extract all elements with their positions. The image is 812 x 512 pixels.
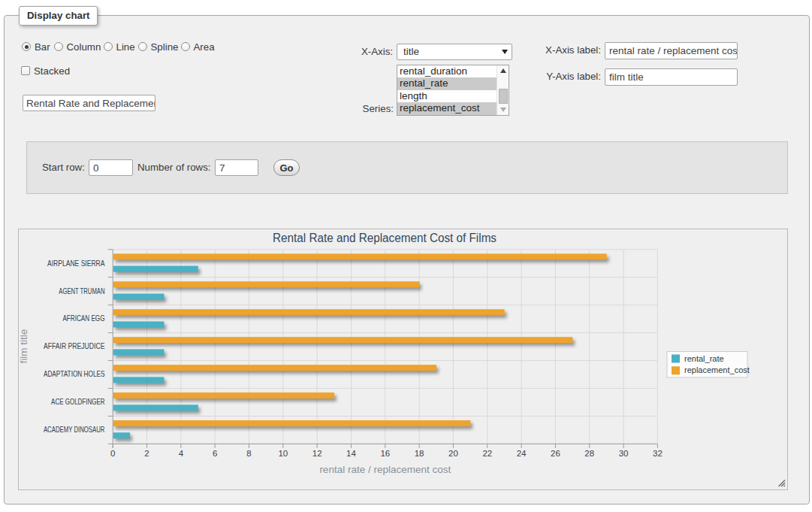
series-option-replacement_cost[interactable]: replacement_cost — [397, 102, 497, 114]
stacked-checkbox[interactable] — [21, 66, 30, 75]
radio-circle[interactable] — [22, 42, 31, 51]
x-tick-label-22: 22 — [482, 449, 492, 458]
x-tick-label-16: 16 — [380, 449, 390, 458]
scrollbar-down-arrow-icon[interactable] — [500, 108, 506, 112]
bar-replacement_cost-1 — [113, 281, 420, 287]
x-tick-label-14: 14 — [346, 449, 356, 458]
chart-type-radio-bar[interactable]: Bar — [22, 41, 50, 53]
x-tick-label-30: 30 — [619, 449, 629, 458]
x-tick-label-12: 12 — [312, 449, 322, 458]
chart-legend: rental_ratereplacement_cost — [667, 352, 750, 378]
row-range-panel: Start row: Number of rows: Go — [26, 141, 788, 194]
bar-rental_rate-0 — [113, 266, 198, 272]
chart-title-input[interactable] — [23, 95, 155, 111]
x-tick-label-4: 4 — [179, 449, 184, 458]
scrollbar-thumb[interactable] — [499, 89, 508, 104]
chart-title: Rental Rate and Replacement Cost of Film… — [273, 232, 497, 244]
legend-swatch-replacement_cost — [672, 366, 680, 374]
x-tick-label-18: 18 — [415, 449, 424, 458]
series-option-rental_duration[interactable]: rental_duration — [397, 65, 497, 77]
category-label-0: AIRPLANE SIERRA — [47, 259, 105, 268]
x-axis-title: rental rate / replacement cost — [319, 464, 451, 475]
start-row-label: Start row: — [42, 159, 84, 176]
radio-circle[interactable] — [138, 42, 147, 51]
radio-label: Area — [194, 41, 215, 53]
chart-type-radio-line[interactable]: Line — [104, 41, 135, 53]
start-row-input[interactable] — [89, 159, 133, 176]
radio-label: Bar — [35, 41, 50, 53]
chart-container: AIRPLANE SIERRAAGENT TRUMANAFRICAN EGGAF… — [18, 229, 788, 490]
yaxis-label-field-label: Y-Axis label: — [539, 68, 601, 85]
page: Display chart BarColumnLineSplineArea St… — [0, 0, 812, 512]
legend-label-rental_rate: rental_rate — [684, 354, 724, 363]
radio-circle[interactable] — [181, 42, 190, 51]
series-listbox-scrollbar[interactable] — [497, 65, 509, 115]
radio-label: Column — [67, 41, 101, 53]
x-tick-label-28: 28 — [584, 449, 594, 458]
legend-label-replacement_cost: replacement_cost — [684, 365, 750, 374]
category-label-2: AFRICAN EGG — [62, 314, 104, 323]
go-button[interactable]: Go — [273, 159, 300, 176]
bar-replacement_cost-5 — [113, 392, 334, 398]
bar-rental_rate-6 — [113, 432, 130, 438]
radio-circle[interactable] — [104, 42, 113, 51]
x-tick-label-24: 24 — [517, 449, 527, 458]
num-rows-input[interactable] — [215, 159, 258, 176]
bar-rental_rate-2 — [113, 321, 165, 327]
category-label-3: AFFAIR PREJUDICE — [44, 342, 105, 350]
num-rows-label: Number of rows: — [137, 159, 213, 176]
xaxis-select-label: X-Axis: — [336, 44, 393, 60]
x-tick-label-20: 20 — [448, 449, 458, 458]
series-listbox-label: Series: — [337, 101, 394, 117]
bar-rental_rate-1 — [113, 294, 165, 300]
chart-type-radio-area[interactable]: Area — [181, 41, 215, 53]
xaxis-label-field-label: X-Axis label: — [539, 42, 601, 59]
legend-item-rental_rate[interactable]: rental_rate — [672, 354, 724, 363]
category-label-4: ADAPTATION HOLES — [44, 370, 105, 378]
bar-rental_rate-5 — [113, 404, 198, 411]
yaxis-label-input[interactable] — [605, 68, 738, 86]
chart-type-radio-spline[interactable]: Spline — [138, 41, 179, 53]
series-options: rental_durationrental_ratelengthreplacem… — [397, 65, 509, 115]
radio-label: Line — [116, 41, 135, 53]
scrollbar-up-arrow-icon[interactable] — [500, 68, 506, 73]
radio-circle[interactable] — [54, 42, 63, 51]
xaxis-select[interactable]: title — [397, 44, 512, 60]
x-tick-label-0: 0 — [110, 449, 115, 458]
category-label-5: ACE GOLDFINGER — [51, 398, 104, 406]
bar-replacement_cost-3 — [113, 337, 573, 343]
bar-chart: AIRPLANE SIERRAAGENT TRUMANAFRICAN EGGAF… — [19, 229, 787, 489]
xaxis-label-input[interactable] — [605, 42, 738, 59]
series-option-rental_rate[interactable]: rental_rate — [397, 77, 497, 89]
legend-swatch-rental_rate — [672, 355, 680, 363]
bar-replacement_cost-2 — [113, 309, 505, 315]
bar-rental_rate-4 — [113, 377, 165, 383]
resize-grip-icon[interactable] — [777, 478, 786, 487]
bar-replacement_cost-0 — [113, 253, 607, 259]
x-tick-label-2: 2 — [144, 449, 149, 458]
y-axis-title: film title — [19, 329, 29, 364]
series-option-length[interactable]: length — [397, 90, 497, 102]
series-listbox[interactable]: rental_durationrental_ratelengthreplacem… — [397, 65, 509, 116]
bar-rental_rate-3 — [113, 349, 165, 355]
display-chart-fieldset: Display chart BarColumnLineSplineArea St… — [4, 15, 810, 504]
chart-type-radio-column[interactable]: Column — [54, 41, 101, 53]
bar-replacement_cost-4 — [113, 365, 436, 371]
radio-label: Spline — [151, 41, 179, 53]
x-tick-label-26: 26 — [551, 449, 560, 458]
x-tick-label-6: 6 — [213, 449, 217, 458]
category-label-1: AGENT TRUMAN — [59, 287, 104, 295]
x-tick-label-32: 32 — [653, 449, 663, 458]
x-tick-label-10: 10 — [278, 449, 288, 458]
fieldset-legend: Display chart — [19, 6, 98, 26]
category-label-6: ACADEMY DINOSAUR — [44, 426, 105, 434]
stacked-label: Stacked — [34, 65, 70, 77]
x-tick-label-8: 8 — [246, 449, 251, 458]
bar-replacement_cost-6 — [113, 420, 471, 426]
stacked-checkbox-item[interactable]: Stacked — [21, 65, 70, 77]
